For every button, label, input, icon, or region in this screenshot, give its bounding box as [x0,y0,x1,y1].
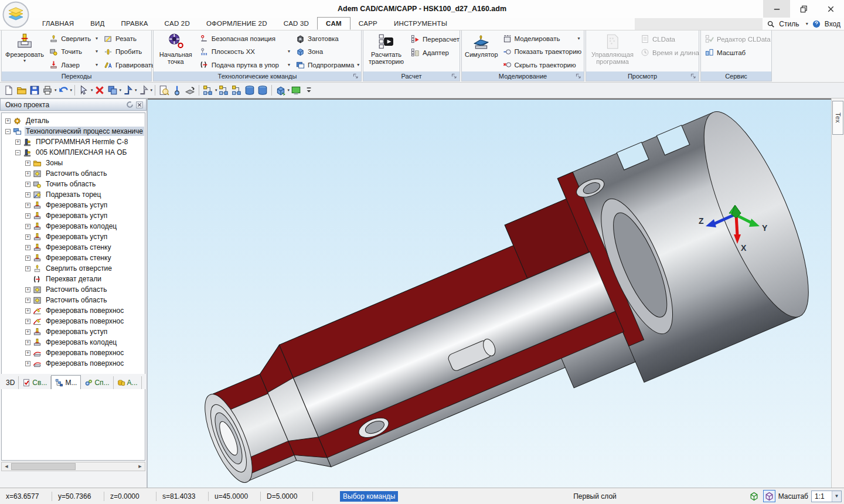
tree-expand-toggle[interactable]: + [25,319,30,324]
pereraschet-button[interactable]: Перерасчет [409,32,458,46]
bezopasnaya-pozitsiya-button[interactable]: Безопасная позиция [198,32,292,45]
dialog-launcher-icon[interactable] [690,73,697,80]
scroll-left-icon[interactable]: ◀ [2,462,11,471]
tree-expand-toggle[interactable]: + [25,192,30,197]
sverlit-button[interactable]: Сверлить▾ [47,32,100,45]
close-button[interactable] [817,0,844,18]
dialog-launcher-icon[interactable] [352,73,360,80]
tree-expand-toggle[interactable]: + [5,118,11,124]
panel-tab-св[interactable]: Св... [19,376,51,389]
rotate-view-icon[interactable] [183,84,196,97]
open-file-icon[interactable] [15,84,28,97]
tree-expand-toggle[interactable]: + [25,340,30,345]
search-icon[interactable] [767,20,775,28]
tree-expand-toggle[interactable]: + [25,266,30,271]
tree-horizontal-scrollbar[interactable]: ◀ ▶ [1,462,145,471]
tree-item[interactable]: +Фрезеровать уступ [2,200,145,210]
adapter-button[interactable]: Адаптер [409,46,458,59]
tree-item[interactable]: +Фрезеровать уступ [2,210,145,221]
nachalnaya-tochka-button[interactable]: Начальная точка [155,32,196,71]
tree-node-icon[interactable] [202,84,215,97]
undo-icon[interactable] [57,84,70,97]
probit-button[interactable]: Пробить [101,45,149,58]
style-menu[interactable]: Стиль ▾ [779,20,808,28]
tree-item[interactable]: +Фрезеровать стенку [2,242,145,253]
lazer-button[interactable]: Лазер▾ [47,59,100,71]
adem-logo-icon[interactable] [2,1,29,28]
scale-select[interactable]: 1:1 ▼ [811,491,842,502]
tree-item[interactable]: +Сверлить отверстие [2,263,145,274]
tree-item[interactable]: +Фрезеровать стенку [2,253,145,263]
help-icon[interactable] [812,20,821,28]
tree-item[interactable]: +Фрезеровать уступ [2,326,145,337]
overflow-icon[interactable] [302,84,315,97]
tree-expand-toggle[interactable]: − [15,150,21,155]
screen-green-icon[interactable] [290,84,302,97]
redaktor-cldata-button[interactable]: Редактор CLData [703,32,770,46]
tree-expand-toggle[interactable]: + [25,361,30,366]
tree-expand-toggle[interactable]: + [25,350,30,356]
frezerovat-button[interactable]: Фрезеровать ▾ [4,32,46,71]
tab-capp[interactable]: CAPP [350,17,386,30]
scroll-right-icon[interactable]: ▶ [135,462,145,471]
tab-cad2d[interactable]: CAD 2D [156,17,198,30]
tree-item[interactable]: +Подрезать торец [2,189,145,200]
wireframe-cube-icon[interactable] [748,490,760,502]
side-tab-teh[interactable]: Тех [832,101,843,135]
dropdown-arrow-icon[interactable]: ▾ [151,88,153,93]
panel-tab-м[interactable]: М... [51,375,81,389]
tree-item[interactable]: +Фрезеровать поверхнос [2,316,145,326]
tree-item[interactable]: +Фрезеровать колодец [2,337,145,348]
tab-oformlenie2d[interactable]: ОФОРМЛЕНИЕ 2D [198,17,275,30]
tree-item[interactable]: −Технологический процесс механиче [2,126,145,137]
tochit-button[interactable]: Точить▾ [47,45,100,58]
panel-tab-а[interactable]: А... [114,376,142,389]
tree-expand-toggle[interactable]: + [25,171,30,176]
ploskost-xx-button[interactable]: Плоскость ХХ▾ [198,45,292,58]
tree-item[interactable]: +Расточить область [2,284,145,295]
pin-icon[interactable] [124,100,134,110]
tree-expand-toggle[interactable]: − [5,129,11,134]
new-file-icon[interactable] [2,84,15,97]
tab-cam[interactable]: CAM [317,17,350,30]
dialog-launcher-icon[interactable] [451,73,458,80]
panel-close-icon[interactable] [134,100,144,110]
tree-item[interactable]: +Расточить область [2,295,145,305]
save-file-icon[interactable] [28,84,41,97]
tree-item[interactable]: Перехват детали [2,274,145,284]
tree-expand-toggle[interactable]: + [25,203,30,208]
tree-expand-toggle[interactable]: + [25,298,30,303]
viewport-3d[interactable]: Z Y X [148,98,831,488]
dropdown-arrow-icon[interactable]: ▾ [70,88,73,93]
tree-expand-toggle[interactable]: + [25,234,30,240]
cldata-button[interactable]: CLData [638,32,697,46]
tree-item[interactable]: −005 КОМПЛЕКСНАЯ НА ОБ [2,147,145,158]
rezat-button[interactable]: Резать [101,32,149,45]
tree-item[interactable]: +Фрезеровать уступ [2,231,145,242]
upravlyayushchaya-programma-button[interactable]: Управляющая программа [588,32,637,71]
preview-icon[interactable] [158,84,171,97]
tree-expand-toggle[interactable]: + [25,329,30,335]
tab-pravka[interactable]: ПРАВКА [113,17,156,30]
tree-node-icon[interactable] [217,84,230,97]
select-cursor-icon[interactable] [77,84,90,97]
tree-item[interactable]: +ПРОГРАММНАЯ Hermle C-8 [2,137,145,147]
db-cylinder-icon[interactable] [243,84,256,97]
tree-expand-toggle[interactable]: + [25,182,30,187]
login-button[interactable]: Вход [825,20,840,28]
raschitat-traektoriyu-button[interactable]: Расчитать траекторию [365,32,407,71]
gravirovat-button[interactable]: Гравировать [101,59,149,71]
podacha-prutka-button[interactable]: Подача прутка в упор▾ [198,59,292,71]
tree-expand-toggle[interactable]: + [25,308,30,314]
podprogramma-button[interactable]: Подпрограмма▾ [294,59,359,71]
zona-button[interactable]: Зона [294,45,359,58]
panel-tab-3d[interactable]: 3D [2,376,19,389]
move-node-icon[interactable] [121,84,134,97]
measure-icon[interactable] [171,84,183,97]
tab-glavnaya[interactable]: ГЛАВНАЯ [34,17,82,30]
skryt-traektoriyu-button[interactable]: Скрыть траекторию [501,59,583,71]
simulyator-button[interactable]: Симулятор [464,32,499,71]
cube-export-icon[interactable] [274,84,287,97]
tree-expand-toggle[interactable]: + [25,224,30,229]
db-cylinder-icon[interactable] [256,84,269,97]
